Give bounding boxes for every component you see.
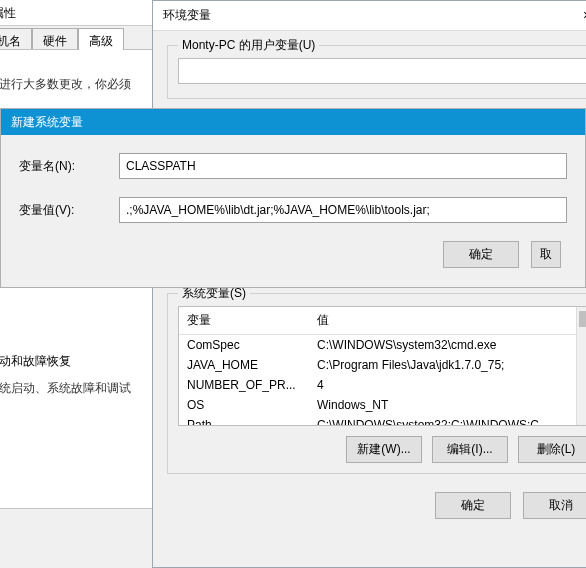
column-header-value[interactable]: 值 — [309, 307, 586, 334]
startup-recovery-header: 启动和故障恢复 — [0, 353, 161, 370]
sysprops-title: 系属性 — [0, 0, 163, 26]
var-value: Windows_NT — [309, 395, 586, 415]
startup-recovery-desc: 系统启动、系统故障和调试 — [0, 378, 161, 397]
system-variables-table[interactable]: 变量 值 ComSpec C:\WINDOWS\system32\cmd.exe… — [178, 306, 586, 426]
var-name: NUMBER_OF_PR... — [179, 375, 309, 395]
var-name: ComSpec — [179, 335, 309, 355]
tab-computer-name[interactable]: 算机名 — [0, 28, 32, 50]
close-icon[interactable]: × — [567, 3, 586, 27]
table-row[interactable]: Path C:\WINDOWS\system32;C:\WINDOWS;C — [179, 415, 586, 426]
variable-name-input[interactable] — [119, 153, 567, 179]
variable-value-label: 变量值(V): — [19, 202, 119, 219]
user-variables-section: Monty-PC 的用户变量(U) — [167, 45, 586, 99]
var-value: C:\Program Files\Java\jdk1.7.0_75; — [309, 355, 586, 375]
var-name: JAVA_HOME — [179, 355, 309, 375]
ok-button[interactable]: 确定 — [435, 492, 511, 519]
tab-hardware[interactable]: 硬件 — [32, 28, 78, 50]
new-system-variable-dialog: 新建系统变量 变量名(N): 变量值(V): 确定 取 — [0, 108, 586, 288]
variable-name-label: 变量名(N): — [19, 158, 119, 175]
var-value: C:\WINDOWS\system32\cmd.exe — [309, 335, 586, 355]
var-value: C:\WINDOWS\system32;C:\WINDOWS;C — [309, 415, 586, 426]
sysprops-hint: 要进行大多数更改，你必须 — [0, 62, 161, 93]
var-name: Path — [179, 415, 309, 426]
delete-sysvar-button[interactable]: 删除(L) — [518, 436, 586, 463]
newvar-ok-button[interactable]: 确定 — [443, 241, 519, 268]
table-row[interactable]: NUMBER_OF_PR... 4 — [179, 375, 586, 395]
variable-value-input[interactable] — [119, 197, 567, 223]
cancel-button[interactable]: 取消 — [523, 492, 586, 519]
table-row[interactable]: OS Windows_NT — [179, 395, 586, 415]
user-variables-legend: Monty-PC 的用户变量(U) — [178, 37, 319, 54]
scrollbar[interactable] — [576, 307, 586, 425]
newvar-title: 新建系统变量 — [11, 114, 83, 131]
newvar-cancel-button[interactable]: 取 — [531, 241, 561, 268]
system-variables-section: 系统变量(S) 变量 值 ComSpec C:\WINDOWS\system32… — [167, 293, 586, 474]
table-row[interactable]: JAVA_HOME C:\Program Files\Java\jdk1.7.0… — [179, 355, 586, 375]
tab-advanced[interactable]: 高级 — [78, 28, 124, 50]
new-sysvar-button[interactable]: 新建(W)... — [346, 436, 422, 463]
var-name: OS — [179, 395, 309, 415]
edit-sysvar-button[interactable]: 编辑(I)... — [432, 436, 508, 463]
var-value: 4 — [309, 375, 586, 395]
sysprops-tabs: 算机名 硬件 高级 — [0, 28, 124, 50]
newvar-title-bar: 新建系统变量 — [1, 109, 585, 135]
envwin-title-bar: 环境变量 × — [153, 1, 586, 31]
table-row[interactable]: ComSpec C:\WINDOWS\system32\cmd.exe — [179, 335, 586, 355]
column-header-name[interactable]: 变量 — [179, 307, 309, 334]
user-variables-table[interactable] — [178, 58, 586, 84]
envwin-title: 环境变量 — [163, 7, 211, 24]
